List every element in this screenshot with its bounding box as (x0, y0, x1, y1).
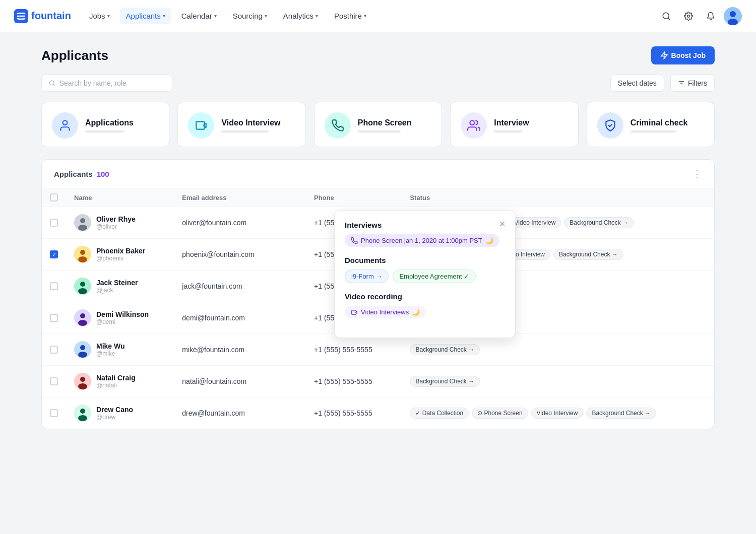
table-row: Natali Craig @natali natali@fountain.com… (42, 366, 714, 397)
status-tag[interactable]: ✓ Data Collection (410, 408, 469, 419)
table-menu-button[interactable]: ⋮ (692, 168, 702, 180)
popup-interviews-section: Interviews Phone Screen jan 1, 2020 at 1… (345, 221, 505, 247)
avatar (74, 246, 91, 263)
row-checkbox[interactable]: ✓ (50, 250, 58, 258)
col-status: Status (402, 188, 714, 207)
user-email: natali@fountain.com (174, 366, 306, 397)
chevron-down-icon: ▾ (214, 13, 217, 19)
applicants-table-card: Applicants 100 ⋮ Name Email address Phon… (41, 159, 715, 429)
filter-icon (678, 80, 685, 87)
user-email: oliver@fountain.com (174, 207, 306, 239)
nav-posthire[interactable]: Posthire ▾ (328, 8, 372, 24)
select-dates-button[interactable]: Select dates (610, 75, 664, 92)
table-header: Applicants 100 ⋮ (42, 160, 714, 188)
moon-icon: 🌙 (412, 308, 420, 316)
logo-icon (14, 9, 28, 23)
search-icon-button[interactable] (657, 7, 675, 25)
svg-point-2 (687, 15, 690, 17)
status-tag[interactable]: Background Check → (586, 408, 656, 419)
page-title: Applicants (41, 48, 108, 63)
user-phone: +1 (555) 555-5555 (306, 334, 402, 366)
video-interviews-tag[interactable]: Video Interviews 🌙 (345, 306, 426, 318)
status-tag[interactable]: Background Check → (410, 344, 480, 355)
stage-card-criminal-check[interactable]: Criminal check (587, 102, 715, 147)
stage-label-phone-screen: Phone Screen (358, 118, 412, 132)
status-tag[interactable]: ⊙ Phone Screen (472, 408, 528, 419)
svg-point-33 (78, 383, 87, 389)
user-name: Oliver Rhye (96, 215, 136, 223)
svg-point-35 (80, 409, 85, 414)
applicant-detail-popup: ✕ Interviews Phone Screen jan 1, 2020 at… (334, 210, 516, 338)
nav-applicants[interactable]: Applicants ▾ (120, 8, 171, 24)
notifications-icon-button[interactable] (702, 7, 720, 25)
stage-label-video-interview: Video Interview (221, 118, 280, 132)
user-details: Phoenix Baker @phoenix (96, 247, 145, 262)
i9-form-tag[interactable]: i9-Form → (345, 270, 389, 283)
user-name: Jack Steiner (96, 279, 138, 287)
status-tag[interactable]: Video Interview (509, 217, 561, 228)
status-tag[interactable]: Background Check → (564, 217, 634, 228)
stage-card-video-interview[interactable]: Video Interview (177, 102, 305, 147)
avatar (74, 214, 91, 231)
user-name: Demi Wilkinson (96, 310, 149, 318)
nav-calendar[interactable]: Calendar ▾ (175, 8, 223, 24)
logo[interactable]: fountain (14, 9, 71, 23)
user-name: Mike Wu (96, 342, 125, 350)
select-all-checkbox[interactable] (50, 193, 58, 202)
phone-screen-icon (325, 112, 351, 139)
popup-documents-section: Documents i9-Form → Employee Agreement ✓ (345, 256, 505, 283)
applications-icon (52, 112, 78, 139)
stage-card-applications[interactable]: Applications (41, 102, 169, 147)
user-handle: @natali (96, 382, 136, 389)
row-checkbox[interactable] (50, 409, 58, 417)
avatar (74, 405, 91, 422)
popup-close-button[interactable]: ✕ (496, 218, 508, 230)
row-checkbox[interactable] (50, 282, 58, 290)
avatar (74, 341, 91, 358)
user-details: Mike Wu @mike (96, 342, 125, 357)
nav-jobs[interactable]: Jobs ▾ (83, 8, 116, 24)
user-handle: @drew (96, 414, 133, 421)
status-tag[interactable]: Background Check → (553, 249, 623, 260)
boost-job-button[interactable]: Boost Job (651, 46, 715, 64)
user-name: Phoenix Baker (96, 247, 145, 255)
user-email: demi@fountain.com (174, 302, 306, 334)
user-email: phoenix@fountain.com (174, 239, 306, 271)
user-info: Jack Steiner @jack (74, 278, 166, 295)
table-row: Drew Cano @drew drew@fountain.com +1 (55… (42, 397, 714, 429)
user-email: jack@fountain.com (174, 271, 306, 302)
settings-icon-button[interactable] (679, 7, 698, 25)
stage-card-interview[interactable]: Interview (450, 102, 578, 147)
chevron-down-icon: ▾ (265, 13, 267, 19)
stage-label-interview: Interview (494, 118, 529, 132)
search-box[interactable] (41, 75, 172, 92)
row-checkbox[interactable] (50, 219, 58, 227)
svg-line-8 (53, 84, 54, 85)
row-checkbox[interactable] (50, 314, 58, 322)
svg-point-29 (80, 345, 85, 350)
row-checkbox[interactable] (50, 377, 58, 385)
user-info: Oliver Rhye @oliver (74, 214, 166, 231)
phone-icon (351, 237, 358, 244)
user-name: Drew Cano (96, 406, 133, 414)
stage-label-applications: Applications (85, 118, 134, 132)
stage-card-phone-screen[interactable]: Phone Screen (314, 102, 442, 147)
status-tag[interactable]: Video Interview (531, 408, 584, 419)
svg-point-4 (730, 11, 736, 17)
nav-analytics[interactable]: Analytics ▾ (277, 8, 324, 24)
status-tag[interactable]: Background Check → (410, 376, 480, 387)
row-checkbox[interactable] (50, 346, 58, 354)
svg-point-32 (80, 377, 85, 382)
nav-sourcing[interactable]: Sourcing ▾ (227, 8, 273, 24)
interview-icon (461, 112, 487, 139)
user-handle: @jack (96, 287, 138, 294)
employee-agreement-tag[interactable]: Employee Agreement ✓ (393, 270, 476, 283)
filters-button[interactable]: Filters (670, 75, 715, 92)
chevron-down-icon: ▾ (364, 13, 366, 19)
svg-marker-6 (661, 52, 667, 58)
video-interview-icon (188, 112, 214, 139)
search-input[interactable] (59, 79, 165, 87)
user-avatar[interactable] (724, 7, 742, 25)
chevron-down-icon: ▾ (316, 13, 318, 19)
interview-tag[interactable]: Phone Screen jan 1, 2020 at 1:00pm PST 🌙 (345, 234, 499, 247)
